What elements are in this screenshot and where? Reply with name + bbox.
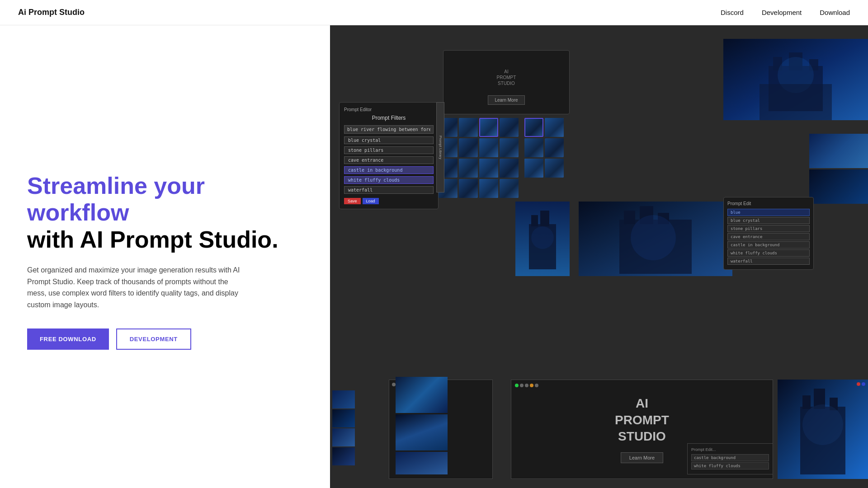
thumb-5[interactable] [459, 138, 478, 157]
thumb-1[interactable] [459, 118, 478, 137]
prompt-editor-right: Prompt Edit blue blue crystal stone pill… [723, 197, 814, 270]
rthumb-5[interactable] [545, 159, 564, 178]
bottom-right-tags-panel: Prompt Edit... castle background white f… [687, 443, 773, 474]
rthumb-3[interactable] [545, 138, 564, 157]
filter-tag-3[interactable]: castle in background [344, 166, 434, 174]
rthumb-1[interactable] [545, 118, 564, 137]
logo-studio: STUDIO [453, 80, 560, 86]
navbar: Ai Prompt Studio Discord Development Dow… [0, 0, 868, 25]
right-tag-2[interactable]: cave entrance [727, 233, 810, 240]
strip-0 [332, 390, 355, 408]
bottom-tags-label: Prompt Edit... [691, 447, 769, 452]
development-button[interactable]: DEVELOPMENT [116, 328, 191, 350]
vert-img-1 [809, 169, 868, 204]
thumb-15[interactable] [500, 179, 519, 198]
hero-subtitle: Get organized and maximize your image ge… [27, 264, 244, 310]
ctrl-red [857, 382, 860, 386]
thumb-10[interactable] [479, 159, 498, 178]
mid-castle-image-2 [579, 202, 732, 276]
svg-rect-6 [760, 84, 832, 120]
center-logo-area: AI PROMPT STUDIO Learn More [443, 50, 570, 114]
hero-title-line2: workflow [27, 199, 129, 225]
ctrl-gray-0 [520, 384, 524, 387]
rthumb-4[interactable] [524, 159, 543, 178]
thumb-13[interactable] [459, 179, 478, 198]
bottom-panel-1-images [396, 377, 448, 474]
right-active-tag[interactable]: blue [727, 209, 810, 216]
svg-point-17 [631, 215, 676, 260]
thumb-7[interactable] [500, 138, 519, 157]
hero-title: Streamline your workflow with AI Prompt … [27, 173, 303, 253]
bottom-prompt: PROMPT [615, 413, 669, 427]
thumb-14[interactable] [479, 179, 498, 198]
filter-tag-0[interactable]: blue crystal [344, 136, 434, 144]
filter-tag-5[interactable]: waterfall [344, 186, 434, 194]
panel-buttons: Save Load [344, 198, 434, 204]
right-tag-3[interactable]: castle in background [727, 241, 810, 249]
ctrl-gray-1 [525, 384, 528, 387]
right-tag-0[interactable]: blue crystal [727, 217, 810, 224]
vert-img-0 [809, 134, 868, 168]
prompt-filters-title: Prompt Filters [344, 115, 434, 121]
bottom-img-2 [396, 452, 448, 474]
bottom-tag-1[interactable]: white fluffy clouds [691, 462, 769, 469]
right-tag-5[interactable]: waterfall [727, 258, 810, 265]
svg-rect-10 [540, 211, 549, 226]
bottom-left-strips [332, 390, 355, 465]
svg-rect-20 [802, 395, 811, 409]
bottom-right-img-controls [857, 382, 865, 386]
bottom-learn-more-button[interactable]: Learn More [621, 452, 663, 463]
top-right-castle-image [723, 39, 868, 120]
prompt-editor-label: Prompt Editor [344, 107, 434, 112]
prompt-library-tab[interactable]: Prompt Library [436, 102, 444, 192]
bottom-right-castle-image [778, 380, 868, 479]
download-button[interactable]: FREE DOWNLOAD [27, 328, 109, 350]
nav-development[interactable]: Development [762, 9, 802, 16]
nav-links: Discord Development Download [721, 9, 850, 16]
thumb-11[interactable] [500, 159, 519, 178]
svg-point-11 [531, 226, 554, 249]
thumb-3[interactable] [500, 118, 519, 137]
ctrl-blue-dot [862, 382, 865, 386]
save-button[interactable]: Save [344, 198, 361, 204]
load-button[interactable]: Load [363, 198, 379, 204]
svg-rect-9 [531, 215, 538, 226]
right-small-grid [524, 118, 564, 178]
strip-3 [332, 447, 355, 465]
ctrl-gray-2 [535, 384, 538, 387]
thumb-6[interactable] [479, 138, 498, 157]
right-vertical-images [809, 134, 868, 204]
right-tag-1[interactable]: stone pillars [727, 225, 810, 232]
rthumb-2[interactable] [524, 138, 543, 157]
nav-download[interactable]: Download [820, 9, 850, 16]
image-grid-top [439, 118, 519, 198]
hero-title-line1: Streamline your [27, 173, 205, 199]
svg-point-23 [802, 404, 843, 445]
bottom-studio: STUDIO [618, 429, 666, 443]
logo-prompt: PROMPT [453, 75, 560, 80]
right-tag-4[interactable]: white fluffy clouds [727, 249, 810, 257]
hero-section: Streamline your workflow with AI Prompt … [0, 25, 330, 488]
strip-2 [332, 428, 355, 446]
filter-input[interactable] [344, 125, 434, 134]
bottom-img-0 [396, 377, 448, 413]
studio-logo: AI PROMPT STUDIO [453, 69, 560, 86]
collage-container: Prompt Editor Prompt Filters blue crysta… [330, 25, 868, 488]
thumb-2[interactable] [479, 118, 498, 137]
bottom-tag-0[interactable]: castle background [691, 454, 769, 461]
thumb-9[interactable] [459, 159, 478, 178]
logo-ai: AI [453, 69, 560, 75]
filter-tag-4[interactable]: white fluffy clouds [344, 176, 434, 184]
main-content: Streamline your workflow with AI Prompt … [0, 25, 868, 488]
filter-tag-1[interactable]: stone pillars [344, 146, 434, 154]
right-editor-label: Prompt Edit [727, 201, 810, 206]
mid-castle-image-1 [515, 202, 570, 276]
learn-more-button[interactable]: Learn More [488, 95, 524, 105]
hero-title-line3: with AI Prompt Studio. [27, 226, 278, 253]
filter-tag-2[interactable]: cave entrance [344, 156, 434, 164]
prompt-editor-panel: Prompt Editor Prompt Filters blue crysta… [339, 102, 439, 209]
nav-discord[interactable]: Discord [721, 9, 744, 16]
ctrl-green [515, 384, 519, 387]
rthumb-0[interactable] [524, 118, 543, 137]
bottom-logo-controls [515, 384, 538, 387]
